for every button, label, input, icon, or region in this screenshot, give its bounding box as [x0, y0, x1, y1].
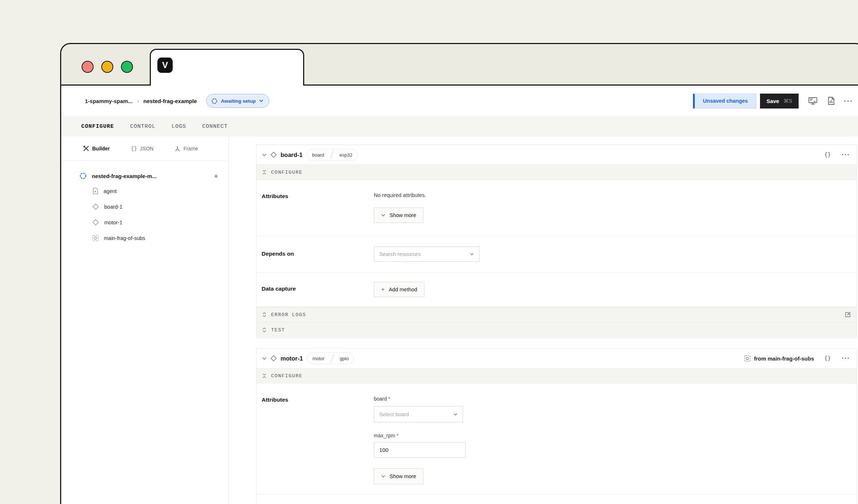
browser-tab[interactable]: V	[150, 49, 304, 86]
tab-configure[interactable]: CONFIGURE	[81, 123, 114, 130]
save-button[interactable]: Save ⌘S	[760, 94, 799, 109]
card-json-icon[interactable]: {}	[823, 152, 832, 158]
mode-frame[interactable]: Frame	[175, 146, 198, 151]
component-diamond-icon	[270, 355, 277, 362]
machine-status-badge[interactable]: Awaiting setup	[206, 94, 269, 108]
card-more-menu[interactable]: ···	[842, 151, 850, 159]
chevron-down-icon	[453, 413, 458, 416]
depends-on-select[interactable]: Search resources	[374, 247, 479, 262]
json-braces-icon: {}	[131, 146, 137, 151]
diamond-icon	[92, 219, 99, 226]
select-board-dropdown[interactable]: Select board	[374, 406, 463, 422]
card-more-menu[interactable]: ···	[842, 355, 850, 362]
mode-json[interactable]: {} JSON	[131, 146, 153, 151]
tree-item-motor-1[interactable]: motor-1	[79, 214, 218, 230]
unsaved-changes-button[interactable]: Unsaved changes	[693, 94, 756, 109]
test-label: TEST	[271, 327, 285, 333]
card-header-board-1: board-1 board esp32 {} ···	[256, 145, 857, 165]
maximize-window-button[interactable]	[121, 61, 133, 73]
machine-header: 1-spammy-spam... › nested-frag-example A…	[61, 86, 858, 116]
save-label: Save	[767, 98, 779, 104]
header-more-menu[interactable]: ···	[844, 97, 853, 105]
browser-window: V 1-spammy-spam... › nested-frag-example…	[60, 43, 858, 504]
data-capture-label: Data capture	[262, 282, 374, 297]
fold-icon	[262, 170, 266, 175]
tree-item-main-frag-of-subs[interactable]: main-frag-of-subs	[79, 230, 218, 246]
minimize-window-button[interactable]	[101, 61, 113, 73]
no-required-attributes-note: No required attributes.	[374, 192, 850, 198]
chevron-down-icon	[381, 214, 385, 217]
max-rpm-field-label: max_rpm*	[374, 433, 850, 438]
tab-control[interactable]: CONTROL	[130, 123, 156, 130]
card-header-motor-1: motor-1 motor gpio	[256, 349, 857, 368]
mode-builder[interactable]: Builder	[83, 145, 110, 151]
breadcrumb-separator-icon: ›	[137, 97, 139, 105]
machine-report-icon[interactable]	[827, 97, 835, 105]
attributes-row: Attributes board* Select board	[256, 383, 857, 495]
tree-item-label: board-1	[104, 204, 122, 210]
model-tag: esp32	[334, 152, 357, 158]
tree-item-board-1[interactable]: board-1	[79, 199, 218, 214]
fold-icon	[262, 373, 266, 378]
type-tag: board	[307, 152, 329, 158]
tab-connect[interactable]: CONNECT	[202, 123, 228, 130]
diamond-icon	[92, 203, 99, 210]
resource-card-board-1: board-1 board esp32 {} ···	[256, 145, 857, 338]
model-tag: gpio	[335, 356, 354, 361]
card-title: motor-1	[281, 355, 303, 362]
fragment-source-label: from main-frag-of-subs	[754, 355, 814, 362]
status-badge-label: Awaiting setup	[221, 98, 256, 104]
attributes-row: Attributes No required attributes. Show …	[256, 180, 857, 236]
show-more-button[interactable]: Show more	[374, 208, 423, 223]
tree-item-label: agent	[103, 188, 117, 194]
tab-logs[interactable]: LOGS	[172, 123, 186, 130]
unfold-icon	[262, 327, 266, 332]
fragment-icon	[744, 355, 751, 362]
max-rpm-input[interactable]	[374, 442, 466, 458]
add-method-button[interactable]: + Add method	[374, 282, 424, 297]
unfold-icon	[262, 312, 266, 317]
show-more-button[interactable]: Show more	[374, 468, 423, 484]
test-section-bar[interactable]: TEST	[256, 322, 857, 338]
chevron-down-icon	[470, 253, 474, 256]
next-row-partial	[256, 495, 857, 504]
required-asterisk: *	[388, 396, 390, 402]
plus-icon: +	[381, 286, 385, 293]
app-content: 1-spammy-spam... › nested-frag-example A…	[61, 86, 858, 504]
depends-placeholder: Search resources	[379, 251, 421, 257]
configure-section-bar[interactable]: CONFIGURE	[256, 165, 857, 180]
configure-section-bar[interactable]: CONFIGURE	[256, 368, 857, 383]
data-capture-row: Data capture + Add method	[256, 272, 857, 307]
tree-item-label: main-frag-of-subs	[104, 235, 145, 241]
resource-type-pill: motor gpio	[307, 353, 354, 364]
resource-type-pill: board esp32	[307, 149, 358, 161]
show-more-label: Show more	[389, 473, 416, 479]
tree-item-agent[interactable]: agent	[79, 183, 218, 199]
error-logs-section-bar[interactable]: ERROR LOGS	[256, 307, 857, 322]
depends-on-label: Depends on	[262, 247, 374, 262]
collapse-card-chevron-icon[interactable]	[262, 357, 267, 360]
type-tag: motor	[307, 356, 329, 361]
chevron-down-icon	[259, 99, 263, 102]
tree-root-machine[interactable]: nested-frag-example-m... +	[79, 169, 218, 183]
frame-axes-icon	[175, 146, 180, 151]
close-window-button[interactable]	[82, 61, 94, 73]
viam-logo: V	[157, 58, 173, 73]
card-title: board-1	[281, 151, 303, 158]
breadcrumb-machine-name: nested-frag-example	[144, 98, 197, 104]
collapse-card-chevron-icon[interactable]	[262, 153, 267, 157]
tree-item-label: motor-1	[104, 220, 122, 225]
machine-terminal-icon[interactable]	[808, 97, 818, 105]
add-resource-button[interactable]: +	[214, 172, 218, 180]
sidebar-mode-tabs: Builder {} JSON	[61, 137, 228, 161]
breadcrumb-project[interactable]: 1-spammy-spam...	[85, 98, 133, 104]
resource-card-motor-1: motor-1 motor gpio	[256, 348, 857, 504]
mode-builder-label: Builder	[92, 146, 110, 151]
board-field-label: board*	[374, 396, 850, 402]
mode-frame-label: Frame	[183, 146, 198, 151]
tag-divider	[329, 149, 334, 160]
awaiting-spinner-icon	[211, 98, 218, 104]
open-logs-icon[interactable]	[845, 312, 851, 318]
card-json-icon[interactable]: {}	[823, 355, 832, 362]
component-diamond-icon	[270, 151, 277, 158]
